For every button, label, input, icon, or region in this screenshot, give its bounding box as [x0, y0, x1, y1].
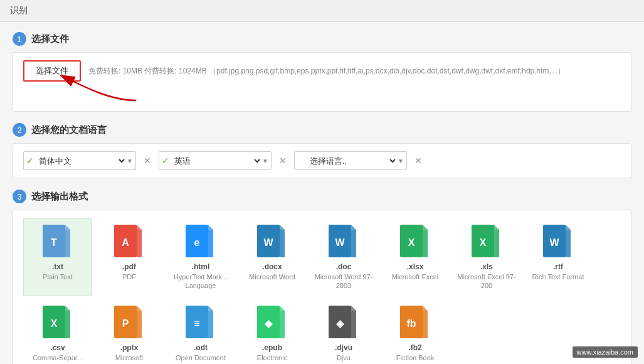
- watermark: www.xiazaiba.com: [573, 346, 638, 358]
- format-item-djvu[interactable]: ◈ .djvu Djvu: [309, 299, 378, 364]
- format-name-csv: Comma-Separ... Values: [28, 353, 88, 364]
- lang-3-wrap: ✓ 选择语言.. ▼: [294, 151, 407, 170]
- format-name-pptx: Microsoft PowerPoint: [99, 353, 159, 364]
- format-ext-xls: .xls: [480, 262, 493, 271]
- lang-1-select[interactable]: 简体中文: [36, 156, 127, 166]
- format-name-odt: Open Document: [176, 353, 226, 362]
- format-item-doc[interactable]: W .doc Microsoft Word 97-2003: [309, 218, 378, 296]
- format-ext-xlsx: .xlsx: [407, 262, 424, 271]
- format-grid: T .txt Plain Text A .pdf PDF e .html Hyp: [23, 218, 621, 364]
- format-icon-pptx: P: [114, 306, 144, 341]
- format-item-rtf[interactable]: W .rtf Rich Text Format: [524, 218, 593, 296]
- section-2: 2 选择您的文档语言 ✓ 简体中文 ▼ ✕ ✓ 英语: [13, 123, 631, 178]
- lang-3-select[interactable]: 选择语言..: [307, 156, 398, 166]
- svg-rect-11: [208, 230, 213, 257]
- format-icon-djvu: ◈: [329, 306, 359, 341]
- svg-marker-50: [351, 306, 356, 311]
- svg-marker-34: [65, 306, 70, 311]
- format-item-csv[interactable]: X .csv Comma-Separ... Values: [23, 299, 92, 364]
- format-ext-pdf: .pdf: [122, 262, 136, 271]
- format-ext-docx: .docx: [262, 262, 282, 271]
- svg-marker-38: [137, 306, 142, 311]
- svg-text:≡: ≡: [194, 318, 199, 329]
- svg-rect-23: [423, 230, 428, 257]
- step-1-num: 1: [13, 32, 26, 46]
- lang-3-close[interactable]: ✕: [412, 154, 425, 167]
- file-info: 免费转换: 10MB 付费转换: 1024MB （pdf,jpg,png,psd…: [88, 66, 565, 77]
- svg-rect-47: [280, 311, 285, 338]
- lang-3-dropdown-icon: ▼: [398, 158, 404, 164]
- svg-marker-46: [280, 306, 285, 311]
- format-ext-epub: .epub: [262, 343, 282, 352]
- format-name-rtf: Rich Text Format: [532, 272, 584, 281]
- format-icon-fb2: fb: [400, 306, 430, 341]
- format-item-odt[interactable]: ≡ .odt Open Document: [166, 299, 235, 364]
- format-icon-doc: W: [329, 225, 359, 260]
- title-bar: 识别: [0, 0, 644, 22]
- step-2-title: 选择您的文档语言: [31, 124, 107, 136]
- format-item-fb2[interactable]: fb .fb2 Fiction Book: [381, 299, 450, 364]
- format-name-djvu: Djvu: [337, 353, 351, 362]
- step-3-num: 3: [13, 190, 26, 203]
- format-name-xlsx: Microsoft Excel: [392, 272, 439, 281]
- svg-text:W: W: [549, 237, 559, 248]
- format-icon-odt: ≡: [186, 306, 216, 341]
- section-1: 1 选择文件 选择文件 免费转换: 10MB 付费转换: 1024MB （pdf…: [13, 32, 631, 112]
- lang-1-check: ✓: [26, 156, 34, 166]
- svg-rect-55: [423, 311, 428, 338]
- format-ext-csv: .csv: [50, 343, 65, 352]
- svg-rect-15: [280, 230, 285, 257]
- step-1-title: 选择文件: [31, 33, 69, 45]
- format-icon-xls: X: [472, 225, 502, 260]
- lang-2-select[interactable]: 英语: [172, 156, 262, 166]
- svg-marker-26: [494, 225, 499, 230]
- svg-rect-19: [351, 230, 356, 257]
- format-item-epub[interactable]: ◆ .epub Electronic Publication: [238, 299, 307, 364]
- format-name-doc: Microsoft Word 97-2003: [314, 272, 374, 291]
- svg-text:W: W: [335, 237, 345, 248]
- lang-1-close[interactable]: ✕: [141, 154, 154, 167]
- lang-1-wrap: ✓ 简体中文 ▼: [23, 151, 136, 170]
- format-name-docx: Microsoft Word: [249, 272, 295, 281]
- svg-text:W: W: [263, 237, 273, 248]
- format-ext-html: .html: [192, 262, 210, 271]
- svg-rect-3: [65, 230, 70, 257]
- svg-text:T: T: [51, 237, 57, 248]
- svg-text:A: A: [122, 237, 129, 248]
- format-item-pdf[interactable]: A .pdf PDF: [95, 218, 164, 296]
- format-icon-epub: ◆: [257, 306, 287, 341]
- page-title: 识别: [10, 5, 28, 15]
- choose-file-button[interactable]: 选择文件: [23, 60, 81, 82]
- lang-2-check: ✓: [162, 156, 169, 166]
- format-item-xls[interactable]: X .xls Microsoft Excel 97-200: [452, 218, 521, 296]
- svg-marker-22: [423, 225, 428, 230]
- format-ext-fb2: .fb2: [408, 343, 421, 352]
- svg-marker-30: [566, 225, 571, 230]
- svg-marker-10: [208, 225, 213, 230]
- svg-rect-35: [65, 311, 70, 338]
- format-ext-pptx: .pptx: [120, 343, 139, 352]
- section-3: 3 选择输出格式 T .txt Plain Text A .pdf: [13, 190, 631, 364]
- svg-text:X: X: [480, 237, 487, 248]
- lang-2-wrap: ✓ 英语 ▼: [159, 151, 272, 170]
- format-item-txt[interactable]: T .txt Plain Text: [23, 218, 92, 296]
- format-name-txt: Plain Text: [43, 272, 73, 281]
- svg-text:P: P: [122, 318, 129, 329]
- section-3-body: T .txt Plain Text A .pdf PDF e .html Hyp: [13, 210, 631, 364]
- section-1-body: 选择文件 免费转换: 10MB 付费转换: 1024MB （pdf,jpg,pn…: [13, 52, 631, 112]
- section-3-header: 3 选择输出格式: [13, 190, 631, 203]
- step-2-num: 2: [13, 123, 26, 137]
- svg-rect-39: [137, 311, 142, 338]
- format-item-xlsx[interactable]: X .xlsx Microsoft Excel: [381, 218, 450, 296]
- format-icon-xlsx: X: [400, 225, 430, 260]
- format-ext-odt: .odt: [194, 343, 208, 352]
- svg-rect-7: [137, 230, 142, 257]
- format-name-html: HyperText Mark... Language: [171, 272, 231, 291]
- format-name-pdf: PDF: [122, 272, 136, 281]
- format-item-pptx[interactable]: P .pptx Microsoft PowerPoint: [95, 299, 164, 364]
- format-item-html[interactable]: e .html HyperText Mark... Language: [166, 218, 235, 296]
- format-item-docx[interactable]: W .docx Microsoft Word: [238, 218, 307, 296]
- section-1-header: 1 选择文件: [13, 32, 631, 46]
- lang-2-close[interactable]: ✕: [277, 154, 289, 167]
- format-name-xls: Microsoft Excel 97-200: [457, 272, 517, 291]
